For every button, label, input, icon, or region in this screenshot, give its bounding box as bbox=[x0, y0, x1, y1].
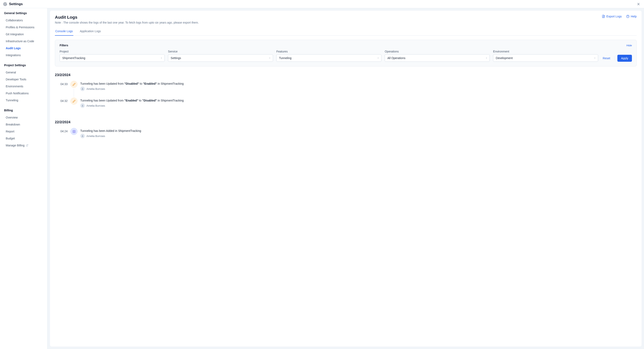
filter-field-features: FeaturesTunneling bbox=[276, 50, 382, 62]
log-time: 04:33 bbox=[57, 81, 68, 86]
sidebar-item-git-integration[interactable]: Git Integration bbox=[4, 31, 47, 38]
filters-hide-button[interactable]: Hide bbox=[626, 44, 632, 47]
sidebar-item-report[interactable]: Report bbox=[4, 128, 47, 135]
filter-select-operations[interactable]: All Operations bbox=[385, 54, 490, 62]
add-icon bbox=[70, 128, 78, 135]
export-logs-button[interactable]: Export Logs bbox=[602, 15, 622, 18]
sidebar-item-label: Audit Logs bbox=[6, 47, 21, 50]
log-entry: 04:33Tunneling has been Updated from "Di… bbox=[55, 81, 637, 98]
sidebar-item-label: Git Integration bbox=[6, 33, 24, 36]
chevron-down-icon bbox=[377, 57, 379, 59]
log-time: 04:24 bbox=[57, 128, 68, 133]
page-actions: Export Logs Help bbox=[602, 15, 637, 18]
sidebar-section-title: General Settings bbox=[4, 12, 47, 15]
sidebar-item-integrations[interactable]: Integrations bbox=[4, 52, 47, 59]
sidebar-item-breakdown[interactable]: Breakdown bbox=[4, 121, 47, 128]
filter-field-project: ProjectShipmentTracking bbox=[60, 50, 165, 62]
log-user-name: Amelia Burrows bbox=[86, 135, 105, 138]
close-icon[interactable] bbox=[637, 2, 640, 6]
log-date: 23/2/2024 bbox=[55, 73, 637, 77]
log-connector bbox=[74, 89, 74, 97]
filter-label: Environment bbox=[493, 50, 598, 53]
sidebar-section-title: Project Settings bbox=[4, 64, 47, 67]
filter-buttons: ResetApply bbox=[602, 55, 632, 62]
sidebar-item-label: Integrations bbox=[6, 54, 21, 57]
gear-icon bbox=[3, 2, 7, 6]
sidebar-section-title: Billing bbox=[4, 109, 47, 112]
filter-select-project[interactable]: ShipmentTracking bbox=[60, 54, 165, 62]
export-icon bbox=[602, 15, 605, 18]
chevron-down-icon bbox=[160, 57, 162, 59]
filter-label: Operations bbox=[385, 50, 490, 53]
sidebar-item-developer-tools[interactable]: Developer Tools bbox=[4, 76, 47, 83]
log-message: Tunneling has been Updated from "Disable… bbox=[80, 82, 637, 85]
avatar bbox=[80, 87, 85, 91]
chevron-down-icon bbox=[486, 57, 488, 59]
sidebar-item-label: Developer Tools bbox=[6, 78, 26, 81]
apply-button[interactable]: Apply bbox=[617, 55, 632, 62]
sidebar-item-label: Collaborators bbox=[6, 19, 23, 22]
filter-select-features[interactable]: Tunneling bbox=[276, 54, 382, 62]
filter-field-service: ServiceSettings bbox=[168, 50, 273, 62]
sidebar-section: Project SettingsGeneralDeveloper ToolsEn… bbox=[4, 64, 47, 104]
log-list: 23/2/202404:33Tunneling has been Updated… bbox=[55, 73, 637, 145]
sidebar-section: BillingOverviewBreakdownReportBudgetMana… bbox=[4, 109, 47, 149]
help-button[interactable]: Help bbox=[626, 15, 637, 18]
export-logs-label: Export Logs bbox=[606, 15, 622, 18]
sidebar-item-general[interactable]: General bbox=[4, 69, 47, 76]
sidebar-item-audit-logs[interactable]: Audit Logs bbox=[4, 45, 47, 52]
filter-value: Settings bbox=[171, 56, 181, 60]
svg-line-3 bbox=[27, 145, 28, 146]
sidebar-item-tunneling[interactable]: Tunneling bbox=[4, 97, 47, 104]
chevron-down-icon bbox=[594, 57, 596, 59]
log-body: Tunneling has been Added in ShipmentTrac… bbox=[80, 128, 637, 138]
help-label: Help bbox=[631, 15, 637, 18]
filter-label: Service bbox=[168, 50, 273, 53]
log-group: 23/2/202404:33Tunneling has been Updated… bbox=[55, 73, 637, 114]
sidebar-item-collaborators[interactable]: Collaborators bbox=[4, 17, 47, 24]
filter-label: Features bbox=[276, 50, 382, 53]
reset-button[interactable]: Reset bbox=[602, 55, 612, 62]
log-group: 22/2/202404:24Tunneling has been Added i… bbox=[55, 120, 637, 145]
page-note: Note : The console shows the logs of the… bbox=[55, 21, 199, 24]
filter-select-environment[interactable]: Development bbox=[493, 54, 598, 62]
avatar bbox=[80, 103, 85, 108]
chevron-down-icon bbox=[269, 57, 271, 59]
sidebar: General SettingsCollaboratorsProfiles & … bbox=[0, 8, 48, 349]
log-user-name: Amelia Burrows bbox=[86, 104, 105, 107]
log-message: Tunneling has been Added in ShipmentTrac… bbox=[80, 129, 637, 132]
tab-bar: Console LogsApplication Logs bbox=[55, 28, 637, 36]
page-header: Audit Logs Note : The console shows the … bbox=[55, 15, 637, 24]
sidebar-item-label: Profiles & Permissions bbox=[6, 26, 34, 29]
sidebar-item-budget[interactable]: Budget bbox=[4, 135, 47, 142]
sidebar-item-push-notifications[interactable]: Push Notifications bbox=[4, 90, 47, 97]
divider bbox=[614, 56, 614, 60]
edit-icon bbox=[70, 98, 78, 105]
header-left: Settings bbox=[3, 2, 23, 6]
sidebar-item-profiles-permissions[interactable]: Profiles & Permissions bbox=[4, 24, 47, 31]
log-time: 04:32 bbox=[57, 98, 68, 103]
log-body: Tunneling has been Updated from "Enabled… bbox=[80, 98, 637, 108]
sidebar-item-infrastructure-as-code[interactable]: Infrastructure as Code bbox=[4, 38, 47, 45]
sidebar-item-environments[interactable]: Environments bbox=[4, 83, 47, 90]
sidebar-item-label: Tunneling bbox=[6, 99, 18, 102]
sidebar-item-label: Budget bbox=[6, 137, 15, 140]
tab-application-logs[interactable]: Application Logs bbox=[80, 28, 102, 36]
filter-field-environment: EnvironmentDevelopment bbox=[493, 50, 598, 62]
sidebar-item-overview[interactable]: Overview bbox=[4, 114, 47, 121]
filters-card: Filters Hide ProjectShipmentTrackingServ… bbox=[55, 40, 637, 67]
log-entry: 04:24Tunneling has been Added in Shipmen… bbox=[55, 128, 637, 145]
log-user: Amelia Burrows bbox=[80, 134, 637, 138]
header-title: Settings bbox=[9, 2, 23, 6]
log-message: Tunneling has been Updated from "Enabled… bbox=[80, 99, 637, 102]
sidebar-item-label: Environments bbox=[6, 85, 23, 88]
filter-field-operations: OperationsAll Operations bbox=[385, 50, 490, 62]
filters-title: Filters bbox=[60, 44, 68, 47]
filter-value: All Operations bbox=[387, 56, 405, 60]
tab-console-logs[interactable]: Console Logs bbox=[55, 28, 73, 36]
sidebar-item-label: Overview bbox=[6, 116, 18, 119]
svg-point-0 bbox=[5, 4, 6, 5]
sidebar-item-label: Push Notifications bbox=[6, 92, 29, 95]
filter-select-service[interactable]: Settings bbox=[168, 54, 273, 62]
sidebar-item-manage-billing[interactable]: Manage Billing bbox=[4, 142, 47, 149]
